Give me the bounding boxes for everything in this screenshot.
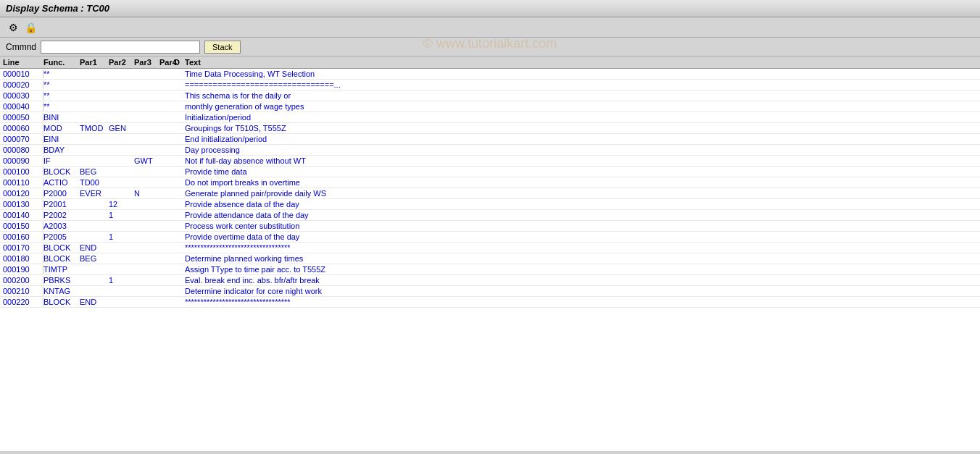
cell-func: MOD <box>43 124 80 133</box>
cell-text: monthly generation of wage types <box>185 102 980 111</box>
cell-func: ACTIO <box>43 178 80 187</box>
table-row[interactable]: 000150 A2003 Process work center substit… <box>0 221 980 232</box>
table-row[interactable]: 000030 ** This schema is for the daily o… <box>0 91 980 101</box>
cell-line: 000010 <box>0 70 43 78</box>
cell-text: ********************************** <box>185 298 980 306</box>
cell-text: Generate planned pair/provide daily WS <box>185 189 980 198</box>
table-header: Line Func. Par1 Par2 Par3 Par4 D Text <box>0 56 980 69</box>
command-label: Cmmnd <box>6 42 36 52</box>
cell-line: 000050 <box>0 113 43 122</box>
header-par1: Par1 <box>80 58 109 67</box>
cell-line: 000020 <box>0 80 43 89</box>
table-row[interactable]: 000160 P2005 1 Provide overtime data of … <box>0 232 980 243</box>
table-row[interactable]: 000210 KNTAG Determine indicator for cor… <box>0 286 980 297</box>
cell-par2: GEN <box>109 124 134 133</box>
cell-line: 000110 <box>0 178 43 187</box>
cell-line: 000120 <box>0 189 43 198</box>
cell-func: A2003 <box>43 222 80 230</box>
cell-func: BDAY <box>43 146 80 154</box>
cell-func: BLOCK <box>43 298 80 306</box>
table-row[interactable]: 000070 EINI End initialization/period <box>0 134 980 145</box>
table-row[interactable]: 000200 PBRKS 1 Eval. break end inc. abs.… <box>0 275 980 286</box>
cell-text: Provide attendance data of the day <box>185 211 980 219</box>
table-row[interactable]: 000100 BLOCK BEG Provide time data <box>0 167 980 177</box>
cell-func: ** <box>43 70 80 78</box>
cell-func: EINI <box>43 135 80 143</box>
title-bar: Display Schema : TC00 <box>0 0 980 17</box>
toolbar: ⚙ 🔒 © www.tutorialkart.com <box>0 17 980 38</box>
cell-func: BLOCK <box>43 254 80 263</box>
cell-line: 000220 <box>0 298 43 306</box>
table-row[interactable]: 000140 P2002 1 Provide attendance data o… <box>0 210 980 221</box>
table-body: 000010 ** Time Data Processing, WT Selec… <box>0 69 980 308</box>
cell-line: 000040 <box>0 102 43 111</box>
header-par3: Par3 <box>134 58 159 67</box>
cell-par1: END <box>80 243 109 252</box>
cell-func: P2000 <box>43 189 80 198</box>
table-row[interactable]: 000110 ACTIO TD00 Do not import breaks i… <box>0 177 980 188</box>
cell-func: P2001 <box>43 200 80 209</box>
main-area: Line Func. Par1 Par2 Par3 Par4 D Text 00… <box>0 56 980 451</box>
cell-text: Provide overtime data of the day <box>185 232 980 241</box>
cell-line: 000170 <box>0 243 43 252</box>
cell-text: Day processing <box>185 146 980 154</box>
command-bar: Cmmnd Stack <box>0 38 980 56</box>
cell-line: 000150 <box>0 222 43 230</box>
cell-func: ** <box>43 80 80 89</box>
cell-par3: GWT <box>134 156 159 165</box>
cell-line: 000090 <box>0 156 43 165</box>
cell-text: Time Data Processing, WT Selection <box>185 70 980 78</box>
table-row[interactable]: 000120 P2000 EVER N Generate planned pai… <box>0 188 980 199</box>
cell-par1: END <box>80 298 109 306</box>
table-row[interactable]: 000040 ** monthly generation of wage typ… <box>0 101 980 112</box>
cell-text: Assign TType to time pair acc. to T555Z <box>185 265 980 274</box>
cell-line: 000160 <box>0 232 43 241</box>
cell-func: BLOCK <box>43 243 80 252</box>
cell-par2: 1 <box>109 276 134 285</box>
stack-button[interactable]: Stack <box>204 41 241 54</box>
table-row[interactable]: 000190 TIMTP Assign TType to time pair a… <box>0 264 980 275</box>
cell-line: 000190 <box>0 265 43 274</box>
table-row[interactable]: 000220 BLOCK END ***********************… <box>0 297 980 308</box>
cell-par1: TD00 <box>80 178 109 187</box>
cell-text: Process work center substitution <box>185 222 980 230</box>
cell-func: BINI <box>43 113 80 122</box>
cell-text: Provide absence data of the day <box>185 200 980 209</box>
cell-text: Provide time data <box>185 167 980 176</box>
table-row[interactable]: 000080 BDAY Day processing <box>0 145 980 156</box>
table-row[interactable]: 000060 MOD TMOD GEN Groupings for T510S,… <box>0 123 980 134</box>
cell-line: 000080 <box>0 146 43 154</box>
cell-text: Do not import breaks in overtime <box>185 178 980 187</box>
cell-text: ********************************** <box>185 243 980 252</box>
cell-text: Not if full-day absence without WT <box>185 156 980 165</box>
table-row[interactable]: 000010 ** Time Data Processing, WT Selec… <box>0 69 980 80</box>
command-input[interactable] <box>41 41 200 54</box>
header-func: Func. <box>43 58 80 67</box>
cell-text: End initialization/period <box>185 135 980 143</box>
cell-func: KNTAG <box>43 287 80 295</box>
table-row[interactable]: 000180 BLOCK BEG Determine planned worki… <box>0 253 980 264</box>
cell-text: Groupings for T510S, T555Z <box>185 124 980 133</box>
table-row[interactable]: 000050 BINI Initialization/period <box>0 112 980 123</box>
cell-line: 000070 <box>0 135 43 143</box>
cell-func: BLOCK <box>43 167 80 176</box>
settings-icon[interactable]: ⚙ <box>6 20 20 35</box>
cell-line: 000210 <box>0 287 43 295</box>
cell-line: 000100 <box>0 167 43 176</box>
cell-line: 000130 <box>0 200 43 209</box>
cell-func: PBRKS <box>43 276 80 285</box>
lock-icon[interactable]: 🔒 <box>23 20 38 35</box>
cell-line: 000140 <box>0 211 43 219</box>
table-row[interactable]: 000170 BLOCK END ***********************… <box>0 243 980 253</box>
table-row[interactable]: 000130 P2001 12 Provide absence data of … <box>0 199 980 210</box>
cell-text: ================================... <box>185 80 980 89</box>
table-row[interactable]: 000090 IF GWT Not if full-day absence wi… <box>0 156 980 167</box>
cell-func: P2002 <box>43 211 80 219</box>
cell-par2: 12 <box>109 200 134 209</box>
cell-text: Eval. break end inc. abs. bfr/aftr break <box>185 276 980 285</box>
cell-func: ** <box>43 91 80 100</box>
table-row[interactable]: 000020 ** ==============================… <box>0 80 980 91</box>
cell-line: 000060 <box>0 124 43 133</box>
cell-par1: EVER <box>80 189 109 198</box>
cell-line: 000030 <box>0 91 43 100</box>
